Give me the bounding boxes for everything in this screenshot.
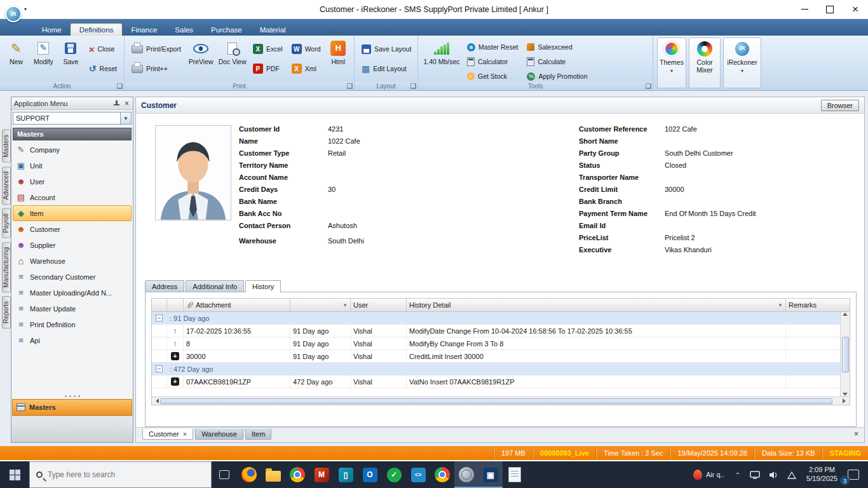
vertical-scrollbar[interactable] xyxy=(840,312,850,396)
start-button[interactable] xyxy=(0,461,29,488)
collapse-icon[interactable]: − xyxy=(156,315,163,322)
grid-header-user[interactable]: User xyxy=(351,299,407,311)
tab-sales[interactable]: Sales xyxy=(166,24,202,36)
tab-finance[interactable]: Finance xyxy=(122,24,166,36)
scroll-right-icon[interactable] xyxy=(843,398,848,403)
taskbar-remote-desktop[interactable] xyxy=(478,461,503,488)
panel-close-icon[interactable]: × xyxy=(123,99,130,108)
network-tray-icon[interactable] xyxy=(783,471,800,479)
sidebar-item-user[interactable]: ☻User xyxy=(13,173,132,189)
horizontal-scrollbar[interactable] xyxy=(152,396,850,405)
sidebar-item-supplier[interactable]: ☻Supplier xyxy=(13,237,132,253)
vtab-manufacturing[interactable]: Manufacturing xyxy=(2,242,11,292)
edit-layout-button[interactable]: Edit Layout xyxy=(358,62,415,75)
doc-tab-customer[interactable]: Customer× xyxy=(142,429,193,440)
new-button[interactable]: New xyxy=(3,37,29,77)
taskbar-m365[interactable] xyxy=(309,461,334,488)
xml-button[interactable]: Xml xyxy=(288,62,325,75)
close-button[interactable] xyxy=(843,1,868,18)
hidden-icons-chevron[interactable]: ⌃ xyxy=(731,471,745,478)
preview-button[interactable]: PreView xyxy=(186,37,216,77)
minimize-button[interactable] xyxy=(792,1,817,18)
calculator-button[interactable]: Calculator xyxy=(463,55,522,68)
task-view-button[interactable] xyxy=(212,461,237,488)
tab-purchase[interactable]: Purchase xyxy=(202,24,251,36)
taskbar-clock[interactable]: 2:09 PM 5/19/2025 xyxy=(801,466,843,484)
layout-dialog-launcher[interactable] xyxy=(410,83,416,89)
sidebar-item-unit[interactable]: ▣Unit xyxy=(13,158,132,173)
tab-material[interactable]: Material xyxy=(251,24,295,36)
panel-splitter[interactable] xyxy=(11,393,133,399)
sidebar-item-company[interactable]: ✎Company xyxy=(13,142,132,158)
search-input[interactable] xyxy=(48,470,175,479)
tab-home[interactable]: Home xyxy=(33,24,71,36)
html-button[interactable]: Html xyxy=(326,37,351,77)
taskbar-search[interactable] xyxy=(29,461,212,488)
doc-tab-item[interactable]: Item xyxy=(245,429,271,440)
grid-group-row[interactable]: − : 91 Day ago xyxy=(152,312,850,325)
close-tab-icon[interactable]: × xyxy=(183,430,187,438)
apply-promotion-button[interactable]: Apply Promotion xyxy=(523,70,591,83)
maximize-button[interactable] xyxy=(817,1,843,18)
support-dropdown[interactable]: SUPPORT ▼ xyxy=(13,112,132,125)
sidebar-item-api[interactable]: ≡Api xyxy=(13,332,132,348)
grid-header-attachment[interactable]: Attachment xyxy=(184,299,290,311)
history-row[interactable]: + 07AAKCB9819R1ZP 472 Day ago Vishal Vat… xyxy=(152,376,850,388)
scroll-up-icon[interactable] xyxy=(843,313,848,316)
vtab-payroll[interactable]: Payroll xyxy=(2,208,11,238)
get-stock-button[interactable]: Get Stock xyxy=(463,70,522,83)
vertical-scroll-thumb[interactable] xyxy=(842,337,849,372)
pin-icon[interactable] xyxy=(113,100,119,107)
grid-header-remarks[interactable]: Remarks xyxy=(786,299,850,311)
grid-header-detail[interactable]: History Detail▼ xyxy=(407,299,786,311)
sidebar-item-print-definition[interactable]: ≡Print Definition xyxy=(13,316,132,332)
vtab-masters[interactable]: Masters xyxy=(2,130,11,163)
word-button[interactable]: Word xyxy=(288,43,325,55)
browser-button[interactable]: Browser xyxy=(821,100,859,111)
collapse-icon[interactable]: − xyxy=(156,365,163,372)
taskbar-vscode[interactable] xyxy=(406,461,430,488)
close-all-tabs-icon[interactable]: × xyxy=(851,429,862,439)
history-row[interactable]: + 30000 91 Day ago Vishal CreditLimit In… xyxy=(152,350,850,363)
save-layout-button[interactable]: Save Layout xyxy=(358,43,415,55)
support-dropdown-icon[interactable]: ▼ xyxy=(120,112,131,124)
pdf-button[interactable]: PDF xyxy=(249,62,287,75)
grid-header-age[interactable]: ▼ xyxy=(290,299,351,311)
ireckoner-button[interactable]: iReckoner▾ xyxy=(723,37,761,88)
masters-bottom-button[interactable]: Masters xyxy=(12,399,132,416)
sidebar-item-account[interactable]: ▤Account xyxy=(13,189,132,205)
taskbar-antivirus[interactable] xyxy=(382,461,406,488)
vtab-reports[interactable]: Reports xyxy=(2,296,11,329)
taskbar-chrome[interactable] xyxy=(285,461,309,488)
doc-tab-warehouse[interactable]: Warehouse xyxy=(195,429,243,440)
action-dialog-launcher[interactable] xyxy=(117,83,123,89)
taskbar-file-explorer[interactable] xyxy=(261,461,285,488)
volume-tray-icon[interactable] xyxy=(765,471,782,479)
close-record-button[interactable]: Close xyxy=(85,43,121,55)
tools-dialog-launcher[interactable] xyxy=(646,83,651,89)
taskbar-outlook[interactable] xyxy=(358,461,382,488)
calculate-button[interactable]: Calculate xyxy=(523,55,591,68)
print-export-button[interactable]: Print/Export xyxy=(128,43,185,55)
weather-widget[interactable]: Air q.. xyxy=(688,461,729,488)
taskbar-chrome-2[interactable] xyxy=(430,461,454,488)
sidebar-item-customer[interactable]: ☻Customer xyxy=(13,221,132,237)
action-center-button[interactable]: 3 xyxy=(844,461,865,488)
reset-button[interactable]: Reset xyxy=(85,62,121,75)
scroll-down-icon[interactable] xyxy=(843,393,848,396)
tab-address[interactable]: Address xyxy=(145,280,184,292)
quick-access-toolbar[interactable]: ▾ xyxy=(0,0,27,22)
excel-button[interactable]: Excel xyxy=(249,43,287,55)
sidebar-item-master-update[interactable]: ≡Master Update xyxy=(13,301,132,316)
quick-access-dropdown-icon[interactable]: ▾ xyxy=(24,6,27,12)
save-button[interactable]: Save xyxy=(58,37,84,77)
filter-icon[interactable]: ▼ xyxy=(778,302,783,308)
color-mixer-button[interactable]: Color Mixer xyxy=(689,37,721,88)
taskbar-phone-link[interactable] xyxy=(334,461,358,488)
taskbar-firefox[interactable] xyxy=(237,461,261,488)
app-logo[interactable] xyxy=(5,6,22,22)
tab-definitions[interactable]: Definitions xyxy=(71,24,123,36)
tab-history[interactable]: History xyxy=(245,280,281,292)
scroll-left-icon[interactable] xyxy=(153,398,159,403)
history-row[interactable]: ↑ 8 91 Day ago Vishal ModifyBy Change Fr… xyxy=(152,337,850,350)
